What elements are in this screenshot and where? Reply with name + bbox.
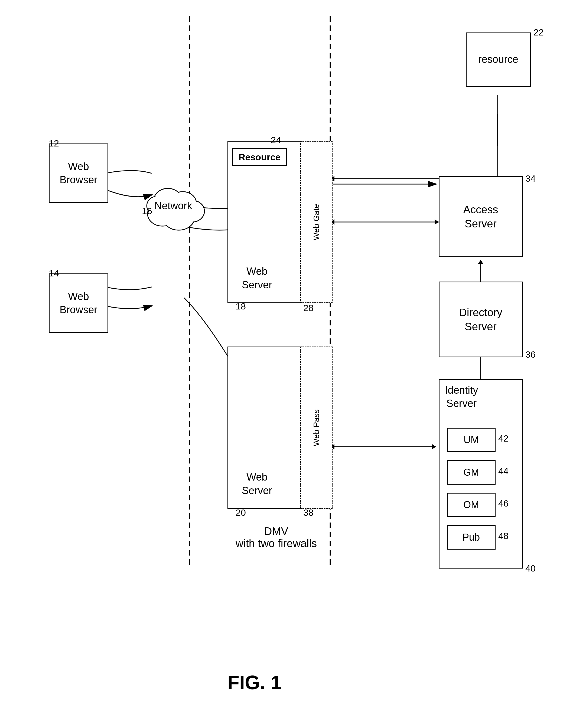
directory-server-num: 36 <box>525 349 536 360</box>
diagram: resource 22 WebBrowser 12 WebBrowser 14 … <box>0 0 573 728</box>
svg-marker-23 <box>432 444 436 449</box>
om-num: 46 <box>498 498 509 509</box>
um-module: UM <box>447 428 496 452</box>
resource-box: resource <box>466 33 531 87</box>
web-browser-bottom-num: 14 <box>49 268 59 279</box>
webgate-num: 28 <box>303 303 314 313</box>
svg-marker-16 <box>478 260 483 264</box>
dmv-label: DMVwith two firewalls <box>222 525 330 550</box>
access-server: AccessServer <box>439 176 523 257</box>
web-gate-box: Web Gate <box>300 141 332 303</box>
access-server-num: 34 <box>525 173 536 184</box>
web-pass-box: Web Pass <box>300 346 332 509</box>
webpass-num: 38 <box>303 507 314 518</box>
fig-label: FIG. 1 <box>227 671 281 693</box>
um-num: 42 <box>498 433 509 444</box>
om-module: OM <box>447 493 496 517</box>
web-server-top-num-24: 24 <box>271 135 281 146</box>
svg-marker-14 <box>435 219 439 225</box>
resource-num: 22 <box>533 27 544 38</box>
identity-server-num: 40 <box>525 563 536 574</box>
web-browser-top: WebBrowser <box>49 144 108 203</box>
resource-inner-box: Resource <box>232 148 287 166</box>
web-browser-top-num: 12 <box>49 138 59 149</box>
directory-server: DirectoryServer <box>439 282 523 357</box>
pub-num: 48 <box>498 530 509 541</box>
gm-module: GM <box>447 460 496 485</box>
web-browser-bottom: WebBrowser <box>49 273 108 333</box>
web-server-bottom-num-20: 20 <box>236 507 246 518</box>
gm-num: 44 <box>498 466 509 476</box>
web-server-top-num-18: 18 <box>236 301 246 312</box>
pub-module: Pub <box>447 525 496 550</box>
network-num: 16 <box>142 206 152 216</box>
